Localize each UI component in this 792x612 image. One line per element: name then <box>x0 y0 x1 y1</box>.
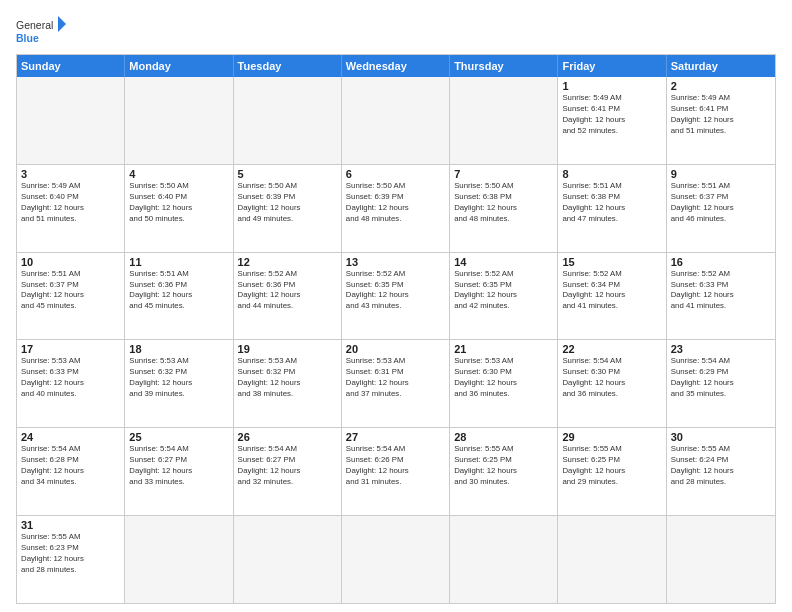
day-info: Sunrise: 5:53 AM Sunset: 6:32 PM Dayligh… <box>238 356 337 400</box>
calendar-cell: 15Sunrise: 5:52 AM Sunset: 6:34 PM Dayli… <box>558 253 666 340</box>
calendar-cell <box>234 77 342 164</box>
day-number: 26 <box>238 431 337 443</box>
day-number: 7 <box>454 168 553 180</box>
calendar-cell: 29Sunrise: 5:55 AM Sunset: 6:25 PM Dayli… <box>558 428 666 515</box>
calendar-cell <box>125 516 233 603</box>
day-info: Sunrise: 5:55 AM Sunset: 6:24 PM Dayligh… <box>671 444 771 488</box>
day-info: Sunrise: 5:53 AM Sunset: 6:31 PM Dayligh… <box>346 356 445 400</box>
day-number: 4 <box>129 168 228 180</box>
day-number: 9 <box>671 168 771 180</box>
day-info: Sunrise: 5:53 AM Sunset: 6:30 PM Dayligh… <box>454 356 553 400</box>
day-info: Sunrise: 5:52 AM Sunset: 6:36 PM Dayligh… <box>238 269 337 313</box>
day-info: Sunrise: 5:51 AM Sunset: 6:38 PM Dayligh… <box>562 181 661 225</box>
day-info: Sunrise: 5:50 AM Sunset: 6:39 PM Dayligh… <box>346 181 445 225</box>
header-monday: Monday <box>125 55 233 77</box>
day-number: 24 <box>21 431 120 443</box>
calendar-row-3: 17Sunrise: 5:53 AM Sunset: 6:33 PM Dayli… <box>17 339 775 427</box>
svg-marker-2 <box>58 16 66 32</box>
day-number: 11 <box>129 256 228 268</box>
day-info: Sunrise: 5:51 AM Sunset: 6:36 PM Dayligh… <box>129 269 228 313</box>
calendar-cell <box>125 77 233 164</box>
day-number: 8 <box>562 168 661 180</box>
day-number: 25 <box>129 431 228 443</box>
day-number: 21 <box>454 343 553 355</box>
calendar-cell: 1Sunrise: 5:49 AM Sunset: 6:41 PM Daylig… <box>558 77 666 164</box>
calendar-cell: 20Sunrise: 5:53 AM Sunset: 6:31 PM Dayli… <box>342 340 450 427</box>
day-info: Sunrise: 5:54 AM Sunset: 6:28 PM Dayligh… <box>21 444 120 488</box>
day-number: 15 <box>562 256 661 268</box>
calendar-row-4: 24Sunrise: 5:54 AM Sunset: 6:28 PM Dayli… <box>17 427 775 515</box>
day-info: Sunrise: 5:52 AM Sunset: 6:35 PM Dayligh… <box>346 269 445 313</box>
day-info: Sunrise: 5:49 AM Sunset: 6:41 PM Dayligh… <box>562 93 661 137</box>
calendar-row-1: 3Sunrise: 5:49 AM Sunset: 6:40 PM Daylig… <box>17 164 775 252</box>
calendar-row-5: 31Sunrise: 5:55 AM Sunset: 6:23 PM Dayli… <box>17 515 775 603</box>
calendar-cell: 16Sunrise: 5:52 AM Sunset: 6:33 PM Dayli… <box>667 253 775 340</box>
calendar-cell: 11Sunrise: 5:51 AM Sunset: 6:36 PM Dayli… <box>125 253 233 340</box>
calendar-cell <box>450 77 558 164</box>
calendar-cell <box>17 77 125 164</box>
calendar-cell: 9Sunrise: 5:51 AM Sunset: 6:37 PM Daylig… <box>667 165 775 252</box>
calendar-body: 1Sunrise: 5:49 AM Sunset: 6:41 PM Daylig… <box>17 77 775 603</box>
calendar-cell: 7Sunrise: 5:50 AM Sunset: 6:38 PM Daylig… <box>450 165 558 252</box>
calendar-cell: 19Sunrise: 5:53 AM Sunset: 6:32 PM Dayli… <box>234 340 342 427</box>
day-info: Sunrise: 5:51 AM Sunset: 6:37 PM Dayligh… <box>671 181 771 225</box>
generalblue-logo-icon: General Blue <box>16 16 66 48</box>
calendar-cell: 22Sunrise: 5:54 AM Sunset: 6:30 PM Dayli… <box>558 340 666 427</box>
day-info: Sunrise: 5:52 AM Sunset: 6:33 PM Dayligh… <box>671 269 771 313</box>
day-number: 13 <box>346 256 445 268</box>
header: General Blue <box>16 16 776 48</box>
calendar-cell <box>234 516 342 603</box>
day-number: 23 <box>671 343 771 355</box>
calendar-cell <box>667 516 775 603</box>
day-number: 3 <box>21 168 120 180</box>
calendar-cell: 2Sunrise: 5:49 AM Sunset: 6:41 PM Daylig… <box>667 77 775 164</box>
logo: General Blue <box>16 16 66 48</box>
calendar-cell: 30Sunrise: 5:55 AM Sunset: 6:24 PM Dayli… <box>667 428 775 515</box>
calendar-cell: 8Sunrise: 5:51 AM Sunset: 6:38 PM Daylig… <box>558 165 666 252</box>
day-info: Sunrise: 5:54 AM Sunset: 6:29 PM Dayligh… <box>671 356 771 400</box>
day-info: Sunrise: 5:51 AM Sunset: 6:37 PM Dayligh… <box>21 269 120 313</box>
svg-text:Blue: Blue <box>16 32 39 44</box>
day-info: Sunrise: 5:52 AM Sunset: 6:35 PM Dayligh… <box>454 269 553 313</box>
header-friday: Friday <box>558 55 666 77</box>
calendar-cell: 21Sunrise: 5:53 AM Sunset: 6:30 PM Dayli… <box>450 340 558 427</box>
calendar: SundayMondayTuesdayWednesdayThursdayFrid… <box>16 54 776 604</box>
calendar-cell: 5Sunrise: 5:50 AM Sunset: 6:39 PM Daylig… <box>234 165 342 252</box>
day-number: 17 <box>21 343 120 355</box>
calendar-cell: 25Sunrise: 5:54 AM Sunset: 6:27 PM Dayli… <box>125 428 233 515</box>
day-info: Sunrise: 5:54 AM Sunset: 6:30 PM Dayligh… <box>562 356 661 400</box>
day-info: Sunrise: 5:55 AM Sunset: 6:25 PM Dayligh… <box>562 444 661 488</box>
day-info: Sunrise: 5:55 AM Sunset: 6:23 PM Dayligh… <box>21 532 120 576</box>
calendar-cell: 28Sunrise: 5:55 AM Sunset: 6:25 PM Dayli… <box>450 428 558 515</box>
day-number: 1 <box>562 80 661 92</box>
day-info: Sunrise: 5:53 AM Sunset: 6:33 PM Dayligh… <box>21 356 120 400</box>
calendar-cell: 4Sunrise: 5:50 AM Sunset: 6:40 PM Daylig… <box>125 165 233 252</box>
day-info: Sunrise: 5:53 AM Sunset: 6:32 PM Dayligh… <box>129 356 228 400</box>
day-number: 22 <box>562 343 661 355</box>
day-info: Sunrise: 5:50 AM Sunset: 6:40 PM Dayligh… <box>129 181 228 225</box>
day-number: 5 <box>238 168 337 180</box>
calendar-cell <box>342 77 450 164</box>
day-number: 27 <box>346 431 445 443</box>
day-info: Sunrise: 5:52 AM Sunset: 6:34 PM Dayligh… <box>562 269 661 313</box>
calendar-cell: 27Sunrise: 5:54 AM Sunset: 6:26 PM Dayli… <box>342 428 450 515</box>
calendar-row-2: 10Sunrise: 5:51 AM Sunset: 6:37 PM Dayli… <box>17 252 775 340</box>
calendar-cell: 18Sunrise: 5:53 AM Sunset: 6:32 PM Dayli… <box>125 340 233 427</box>
day-info: Sunrise: 5:50 AM Sunset: 6:38 PM Dayligh… <box>454 181 553 225</box>
header-wednesday: Wednesday <box>342 55 450 77</box>
day-info: Sunrise: 5:49 AM Sunset: 6:40 PM Dayligh… <box>21 181 120 225</box>
calendar-cell: 10Sunrise: 5:51 AM Sunset: 6:37 PM Dayli… <box>17 253 125 340</box>
calendar-cell: 23Sunrise: 5:54 AM Sunset: 6:29 PM Dayli… <box>667 340 775 427</box>
day-number: 30 <box>671 431 771 443</box>
day-number: 31 <box>21 519 120 531</box>
calendar-cell: 14Sunrise: 5:52 AM Sunset: 6:35 PM Dayli… <box>450 253 558 340</box>
day-number: 14 <box>454 256 553 268</box>
day-number: 16 <box>671 256 771 268</box>
day-info: Sunrise: 5:50 AM Sunset: 6:39 PM Dayligh… <box>238 181 337 225</box>
calendar-cell: 24Sunrise: 5:54 AM Sunset: 6:28 PM Dayli… <box>17 428 125 515</box>
day-number: 2 <box>671 80 771 92</box>
calendar-cell: 6Sunrise: 5:50 AM Sunset: 6:39 PM Daylig… <box>342 165 450 252</box>
calendar-cell <box>450 516 558 603</box>
day-number: 20 <box>346 343 445 355</box>
calendar-cell: 31Sunrise: 5:55 AM Sunset: 6:23 PM Dayli… <box>17 516 125 603</box>
